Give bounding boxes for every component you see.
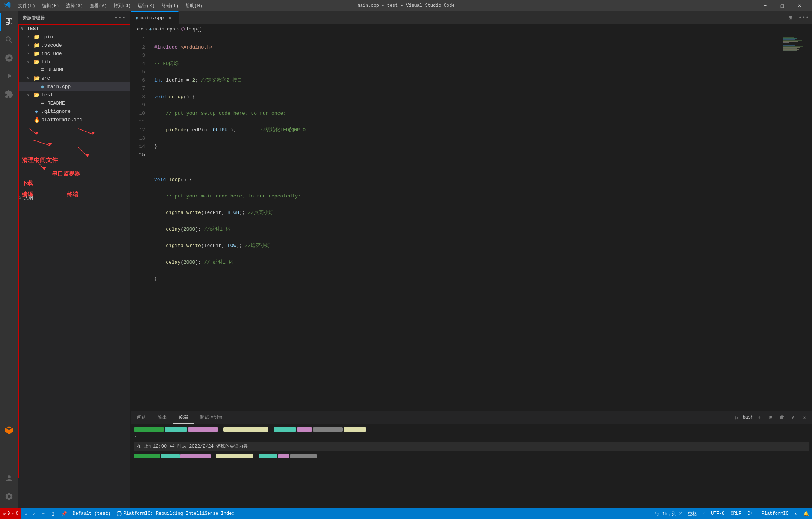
sidebar-more-button[interactable]: •••	[114, 15, 126, 21]
menu-edit[interactable]: 编辑(E)	[39, 2, 62, 10]
status-sync[interactable]: ↻	[792, 508, 800, 519]
spinner-icon	[117, 511, 122, 516]
sidebar-item-lib[interactable]: ∨ 📂 lib	[18, 58, 130, 66]
sidebar-item-gitignore[interactable]: ◆ .gitignore	[18, 107, 130, 115]
file-icon: ≡	[39, 100, 46, 106]
folder-name: TEST	[27, 26, 130, 32]
code-content[interactable]: #include <Arduino.h> //LED闪烁 int ledPin …	[150, 34, 782, 411]
warning-count: 0	[16, 511, 18, 516]
sidebar-item-maincpp[interactable]: ◆ main.cpp	[18, 82, 130, 91]
status-default[interactable]: Default (test)	[70, 508, 114, 519]
annotation-clear: 清理中间文件	[22, 156, 58, 164]
maximize-button[interactable]: ❐	[774, 0, 791, 11]
status-position[interactable]: 行 15，列 2	[652, 508, 685, 519]
sidebar-item-readme2[interactable]: ≡ README	[18, 99, 130, 107]
sidebar-item-platformio[interactable]: 🔥 platformio.ini	[18, 115, 130, 124]
code-line-5: // put your setup code here, to run once…	[154, 109, 782, 118]
code-editor[interactable]: 1 2 3 4 5 6 7 8 9 10 11 12 13 14 15 #inc…	[131, 34, 812, 411]
sidebar-item-pio[interactable]: › 📁 .pio	[18, 33, 130, 41]
sidebar-item-src[interactable]: ∨ 📂 src	[18, 74, 130, 82]
activity-platformio[interactable]	[0, 421, 18, 439]
folder-open-icon: 📂	[33, 75, 40, 82]
session-restore-message: 在 上午12:00:44 时从 2022/2/24 还原的会话内容	[134, 442, 809, 451]
menu-help[interactable]: 帮助(H)	[182, 2, 206, 10]
panel-run-button[interactable]: ▷	[732, 413, 741, 422]
activity-account[interactable]	[0, 469, 18, 487]
line-numbers: 1 2 3 4 5 6 7 8 9 10 11 12 13 14 15	[131, 34, 150, 411]
sidebar-item-test[interactable]: ∨ 📂 test	[18, 91, 130, 99]
menu-run[interactable]: 运行(R)	[135, 2, 158, 10]
breadcrumb-src[interactable]: src	[135, 27, 144, 32]
activity-source-control[interactable]	[0, 49, 18, 67]
status-check[interactable]: ✓	[30, 508, 39, 519]
sidebar-item-include[interactable]: › 📁 include	[18, 49, 130, 58]
terminal-color-bar-2	[134, 454, 809, 458]
breadcrumb-file[interactable]: ◆ main.cpp	[149, 26, 175, 32]
panel-add-terminal-button[interactable]: +	[755, 413, 764, 422]
outline-label[interactable]: > 大纲	[19, 195, 33, 201]
sidebar-item-vscode[interactable]: › 📁 .vscode	[18, 41, 130, 49]
status-platform[interactable]: PlatformIO	[759, 508, 792, 519]
panel-tab-debug-label: 调试控制台	[200, 414, 223, 420]
menu-terminal[interactable]: 终端(T)	[159, 2, 182, 10]
error-count: 0	[7, 511, 10, 516]
tc-segment	[290, 454, 317, 458]
activity-search[interactable]	[0, 31, 18, 49]
minimize-button[interactable]: –	[756, 0, 774, 11]
status-errors[interactable]: ⊘ 0 ⚠ 0	[0, 508, 21, 519]
status-bell[interactable]: 🔔	[800, 508, 812, 519]
terminal-content[interactable]: › 在 上午12:00:44 时从 2022/2/24 还原的会话内容	[131, 424, 812, 508]
arrow-icon: →	[42, 511, 44, 516]
line-number: 2	[131, 43, 145, 52]
status-task[interactable]: PlatformIO: Rebuilding IntelliSense Inde…	[114, 508, 237, 519]
svg-marker-5	[42, 167, 46, 170]
panel-tab-terminal[interactable]: 终端	[173, 411, 194, 424]
panel-close-button[interactable]: ✕	[800, 413, 809, 422]
chevron-down-icon: ∨	[21, 26, 27, 31]
tc-segment	[165, 427, 187, 432]
status-home[interactable]: ⌂	[21, 508, 30, 519]
activity-explorer[interactable]	[0, 13, 18, 31]
breadcrumb-function[interactable]: ⬡ loop()	[181, 26, 202, 32]
tab-close-button[interactable]: ✕	[166, 14, 174, 22]
panel-kill-terminal-button[interactable]: 🗑	[777, 413, 786, 422]
status-pin[interactable]: 📌	[58, 508, 70, 519]
status-encoding[interactable]: UTF-8	[708, 508, 727, 519]
code-line-3: int ledPin = 2; //定义数字2 接口	[154, 76, 782, 85]
position-label: 行 15，列 2	[655, 511, 682, 517]
menu-goto[interactable]: 转到(G)	[111, 2, 134, 10]
panel-tab-debug[interactable]: 调试控制台	[194, 411, 229, 424]
panel-tab-output[interactable]: 输出	[152, 411, 173, 424]
folder-label: src	[41, 76, 130, 81]
menu-view[interactable]: 查看(V)	[87, 2, 110, 10]
line-number: 12	[131, 126, 145, 134]
status-trash[interactable]: 🗑	[48, 508, 58, 519]
activity-extensions[interactable]	[0, 85, 18, 103]
status-eol[interactable]: CRLF	[727, 508, 744, 519]
status-spaces[interactable]: 空格: 2	[685, 508, 708, 519]
folder-open-icon: 📂	[33, 92, 40, 98]
code-line-10: // put your main code here, to run repea…	[154, 192, 782, 200]
panel-split-terminal-button[interactable]: ⊞	[766, 413, 775, 422]
platform-label: PlatformIO	[762, 511, 789, 516]
close-button[interactable]: ✕	[791, 0, 808, 11]
menu-select[interactable]: 选择(S)	[63, 2, 86, 10]
sidebar-item-readme1[interactable]: ≡ README	[18, 66, 130, 74]
line-number: 7	[131, 85, 145, 93]
folder-icon: 📁	[33, 34, 40, 40]
activity-run[interactable]	[0, 67, 18, 85]
sidebar-item-test-root[interactable]: ∨ TEST	[18, 24, 130, 33]
breadcrumb-sep2: ›	[177, 27, 179, 32]
split-editor-button[interactable]: ⊞	[785, 12, 795, 23]
more-actions-button[interactable]: •••	[798, 12, 809, 23]
tc-gap	[219, 427, 223, 432]
status-language[interactable]: C++	[744, 508, 759, 519]
status-arrow[interactable]: →	[39, 508, 47, 519]
panel-tab-problems[interactable]: 问题	[131, 411, 152, 424]
tab-maincpp[interactable]: ◆ main.cpp ✕	[131, 11, 179, 24]
panel-tab-output-label: 输出	[158, 414, 167, 420]
folder-label: include	[41, 51, 130, 56]
menu-file[interactable]: 文件(F)	[15, 2, 38, 10]
panel-maximize-button[interactable]: ∧	[789, 413, 798, 422]
activity-settings[interactable]	[0, 487, 18, 505]
